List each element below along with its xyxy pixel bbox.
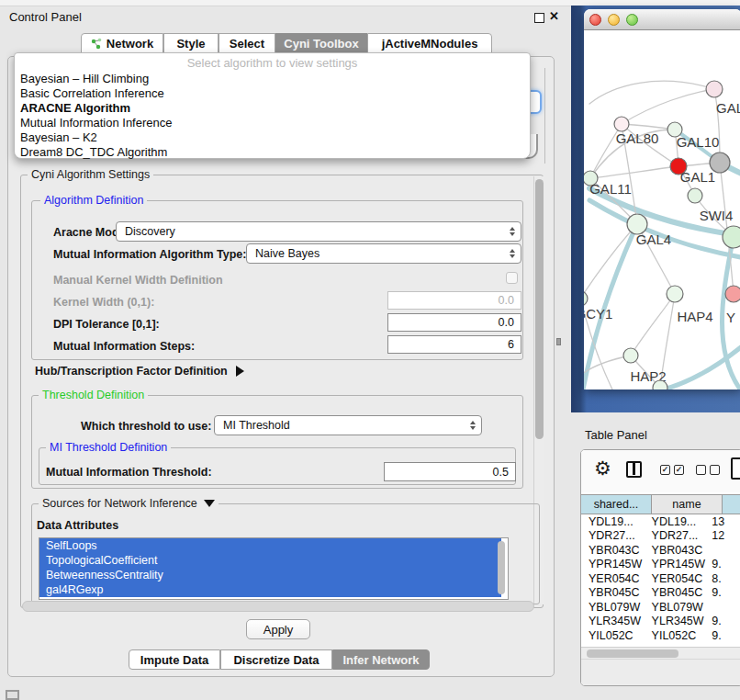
data-attributes-list[interactable]: SelfLoopsTopologicalCoefficientBetweenne… xyxy=(39,537,509,600)
deselect-all-checkboxes-icon[interactable] xyxy=(696,465,720,475)
horizontal-scrollbar[interactable] xyxy=(22,601,534,612)
network-node-gal80[interactable] xyxy=(614,117,629,131)
table-cell: YER054C xyxy=(581,572,645,585)
network-node-hap2[interactable] xyxy=(623,348,638,363)
network-edge[interactable] xyxy=(622,124,675,130)
tab-label: Style xyxy=(176,37,205,51)
table-row[interactable]: YDL19...YDL19...13 xyxy=(581,514,740,529)
network-view-window: GAL80GAL10GAL1GAL11GAL4SWI4GCY1HAP4YHAP2… xyxy=(584,9,740,390)
aracne-mode-combobox[interactable]: Discovery xyxy=(116,221,521,242)
zoom-traffic-light-icon[interactable] xyxy=(626,14,638,26)
table-toolbar: ⚙ ✓✓ xyxy=(581,450,740,492)
network-window-titlebar[interactable] xyxy=(584,9,740,30)
table-cell: YBR043C xyxy=(645,544,708,557)
dpi-tolerance-field[interactable]: 0.0 xyxy=(387,313,521,332)
algorithm-item-bayesian-k2[interactable]: Bayesian – K2 xyxy=(20,130,97,145)
minimized-panel-icon[interactable] xyxy=(6,690,19,700)
hub-definition-row[interactable]: Hub/Transcription Factor Definition xyxy=(35,365,244,378)
table-cell: YIL052C xyxy=(581,629,645,642)
column-header-shared-[interactable]: shared... xyxy=(580,494,652,514)
bottom-tab-discretize-data[interactable]: Discretize Data xyxy=(220,649,332,670)
network-node[interactable] xyxy=(706,81,723,97)
close-icon[interactable]: ✕ xyxy=(549,9,559,23)
column-layout-icon[interactable] xyxy=(626,461,642,478)
table-row[interactable]: YER054CYER054C8. xyxy=(581,571,740,586)
mi-steps-field[interactable]: 6 xyxy=(387,335,521,354)
sources-title-row[interactable]: Sources for Network Inference xyxy=(39,497,219,510)
algorithm-item-aracne-algorithm[interactable]: ARACNE Algorithm xyxy=(20,101,130,116)
network-node-gcy1[interactable] xyxy=(584,291,588,306)
mi-type-combobox[interactable]: Naive Bayes xyxy=(246,243,521,264)
network-edge[interactable] xyxy=(590,166,678,178)
column-header-2[interactable] xyxy=(722,494,740,514)
which-threshold-value: MI Threshold xyxy=(223,419,290,432)
close-traffic-light-icon[interactable] xyxy=(589,14,601,26)
attributes-scrollbar-thumb[interactable] xyxy=(498,541,505,594)
tab-jactivemnodules[interactable]: jActiveMNodules xyxy=(367,33,492,53)
tab-network[interactable]: Network xyxy=(81,33,163,53)
attribute-item-gal4rgexp[interactable]: gal4RGexp xyxy=(39,582,501,597)
manual-kernel-label: Manual Kernel Width Definition xyxy=(53,274,223,287)
network-node[interactable] xyxy=(710,152,730,173)
which-threshold-label: Which threshold to use: xyxy=(81,420,211,433)
table-footer xyxy=(581,659,740,686)
table-cell: YBR045C xyxy=(581,586,645,599)
algorithm-item-basic-correlation-inference[interactable]: Basic Correlation Inference xyxy=(20,86,164,101)
tab-style[interactable]: Style xyxy=(163,33,219,53)
algorithm-item-bayesian-hill-climbing[interactable]: Bayesian – Hill Climbing xyxy=(20,72,149,86)
table-cell: 12 xyxy=(707,529,740,542)
gear-icon[interactable]: ⚙ xyxy=(594,457,611,480)
table-cell: YDR27... xyxy=(645,529,708,542)
network-node-y[interactable] xyxy=(725,286,740,302)
algorithm-item-dream8-dc-tdc-algorithm[interactable]: Dream8 DC_TDC Algorithm xyxy=(20,145,167,160)
minimize-traffic-light-icon[interactable] xyxy=(608,14,620,26)
table-row[interactable]: YDR27...YDR27...12 xyxy=(581,529,740,544)
attribute-item-betweennesscentrality[interactable]: BetweennessCentrality xyxy=(39,568,501,582)
node-label: GAL1 xyxy=(680,169,715,185)
table-row[interactable]: YBL079WYBL079W xyxy=(581,600,740,615)
kernel-width-field[interactable]: 0.0 xyxy=(387,291,521,310)
network-canvas[interactable]: GAL80GAL10GAL1GAL11GAL4SWI4GCY1HAP4YHAP2… xyxy=(584,30,740,390)
mi-threshold-title: MI Threshold Definition xyxy=(46,441,171,454)
network-edge[interactable] xyxy=(622,89,714,124)
network-edge[interactable] xyxy=(631,294,675,356)
application-window: Control Panel ✕ NetworkStyleSelectCyni T… xyxy=(0,0,740,700)
float-panel-icon[interactable] xyxy=(534,13,544,23)
table-row[interactable]: YLR345WYLR345W9. xyxy=(581,615,740,629)
tab-cyni-toolbox[interactable]: Cyni Toolbox xyxy=(275,33,367,53)
attribute-item-topologicalcoefficient[interactable]: TopologicalCoefficient xyxy=(39,553,501,568)
column-header-name[interactable]: name xyxy=(651,494,723,514)
attribute-item-selfloops[interactable]: SelfLoops xyxy=(39,538,501,553)
table-horizontal-scrollbar[interactable] xyxy=(581,647,740,659)
mi-steps-label: Mutual Information Steps: xyxy=(53,340,195,353)
dpi-tolerance-label: DPI Tolerance [0,1]: xyxy=(53,318,160,331)
network-node[interactable] xyxy=(723,226,740,248)
table-row[interactable]: YBR045CYBR045C9. xyxy=(581,586,740,601)
tab-label: Select xyxy=(230,37,264,51)
network-icon xyxy=(91,38,102,50)
document-icon[interactable] xyxy=(731,457,740,480)
mi-threshold-field[interactable]: 0.5 xyxy=(384,462,516,481)
bottom-tab-infer-network[interactable]: Infer Network xyxy=(332,649,430,670)
network-node-hap4[interactable] xyxy=(667,286,683,302)
table-row[interactable]: YBR043CYBR043C xyxy=(581,543,740,558)
splitter-handle[interactable] xyxy=(556,338,561,345)
settings-scrollbar-thumb[interactable] xyxy=(535,179,544,439)
node-label: GCY1 xyxy=(584,306,612,322)
network-node[interactable] xyxy=(653,380,667,390)
network-node-swi4[interactable] xyxy=(688,188,702,203)
collapse-arrow-icon[interactable] xyxy=(204,500,215,507)
select-all-checkboxes-icon[interactable]: ✓✓ xyxy=(660,465,684,475)
algorithm-item-mutual-information-inference[interactable]: Mutual Information Inference xyxy=(20,116,172,130)
table-body: YDL19...YDL19...13YDR27...YDR27...12YBR0… xyxy=(581,514,740,646)
expand-arrow-icon[interactable] xyxy=(236,366,244,377)
table-scrollbar-thumb[interactable] xyxy=(587,649,678,658)
apply-button[interactable]: Apply xyxy=(246,619,310,639)
manual-kernel-checkbox[interactable] xyxy=(506,272,518,284)
which-threshold-combobox[interactable]: MI Threshold xyxy=(214,415,482,435)
table-row[interactable]: YIL052CYIL052C9. xyxy=(581,628,740,643)
table-row[interactable]: YPR145WYPR145W9. xyxy=(581,558,740,572)
tab-select[interactable]: Select xyxy=(219,33,275,53)
bottom-tab-impute-data[interactable]: Impute Data xyxy=(129,649,220,670)
hub-definition-label: Hub/Transcription Factor Definition xyxy=(35,365,228,378)
